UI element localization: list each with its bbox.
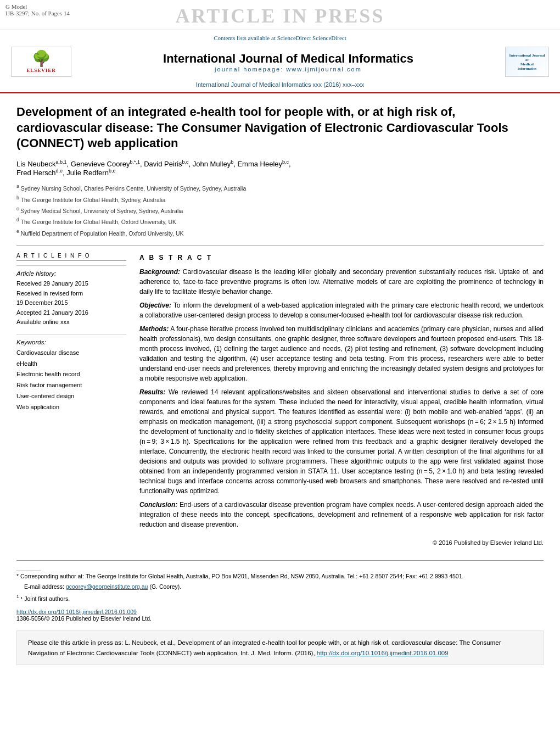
journal-code: IJB-3297; No. of Pages 14 [5,10,115,16]
abstract-col: A B S T R A C T Background: Cardiovascul… [139,253,544,552]
joint-note: 1 ¹ Joint first authors. [16,593,544,603]
footnotes: ________ * Corresponding author at: The … [16,560,544,603]
keyword-4: Risk factor management [16,380,126,391]
keyword-6: Web application [16,402,126,413]
issn-line: 1386-5056/© 2016 Published by Elsevier I… [16,615,544,622]
history-label: Article history: [16,270,126,277]
model-info: G Model IJB-3297; No. of Pages 14 [5,3,115,16]
corresponding-note: * Corresponding author at: The George In… [16,572,544,581]
main-content: Development of an integrated e-health to… [0,93,560,676]
abstract-objective: Objective: To inform the development of … [139,300,544,320]
authors-line: Lis Neubecka,b,1, Genevieve Cooreyb,*,1,… [16,159,544,177]
affiliation-b: b The George Institute for Global Health… [16,194,544,204]
doi-section: http://dx.doi.org/10.1016/j.ijmedinf.201… [16,609,544,622]
journal-header: Contents lists available at ScienceDirec… [0,30,560,93]
keyword-2: eHealth [16,359,126,370]
abstract-results: Results: We reviewed 14 relevant applica… [139,387,544,496]
elsevier-logo: 🌳 ELSEVIER [11,47,71,77]
affiliation-e: e Nuffield Department of Population Heal… [16,227,544,238]
journal-title: International Journal of Medical Informa… [71,52,505,66]
abstract-conclusion: Conclusion: End-users of a cardiovascula… [139,500,544,529]
informatics-logo: International Journal ofMedicalinformati… [505,47,549,77]
doi-link[interactable]: http://dx.doi.org/10.1016/j.ijmedinf.201… [16,609,137,615]
top-bar: G Model IJB-3297; No. of Pages 14 ARTICL… [0,0,560,30]
abstract-content: Background: Cardiovascular disease is th… [139,267,544,548]
abstract-header: A B S T R A C T [139,253,544,263]
abstract-methods: Methods: A four-phase iterative process … [139,324,544,383]
keywords-list: Cardiovascular disease eHealth Electroni… [16,348,126,413]
info-divider-1 [16,265,126,266]
keywords-label: Keywords: [16,339,126,345]
article-in-press-header: ARTICLE IN PRESS [115,3,445,27]
footnote-divider-line: ________ [16,565,544,571]
article-history: Article history: Received 29 January 201… [16,270,126,327]
keywords-section: Keywords: Cardiovascular disease eHealth… [16,339,126,413]
affiliation-a: a Sydney Nursing School, Charles Perkins… [16,182,544,193]
contents-line: Contents lists available at ScienceDirec… [11,35,549,41]
affiliation-d: d The George Institute for Global Health… [16,216,544,226]
keyword-5: User-centered design [16,391,126,402]
article-info-header: A R T I C L E I N F O [16,253,126,261]
elsevier-tree-icon: 🌳 [32,51,51,66]
copyright-line: © 2016 Published by Elsevier Ireland Ltd… [139,535,544,548]
keyword-1: Cardiovascular disease [16,348,126,359]
sciencedirect-link[interactable]: ScienceDirect [312,35,346,41]
homepage-link[interactable]: www.ijmijournal.com [286,66,362,72]
citation-box: Please cite this article in press as: L.… [16,631,544,665]
two-col-layout: A R T I C L E I N F O Article history: R… [16,253,544,552]
journal-logo-row: 🌳 ELSEVIER International Journal of Medi… [11,44,549,79]
section-divider [16,246,544,246]
keyword-3: Electronic health record [16,369,126,380]
citation-doi-link[interactable]: http://dx.doi.org/10.1016/j.ijmedinf.201… [317,650,449,656]
journal-title-center: International Journal of Medical Informa… [71,52,505,72]
article-info-col: A R T I C L E I N F O Article history: R… [16,253,126,552]
elsevier-text: ELSEVIER [26,68,56,73]
affiliations: a Sydney Nursing School, Charles Perkins… [16,182,544,237]
page-wrapper: G Model IJB-3297; No. of Pages 14 ARTICL… [0,0,560,676]
info-divider-2 [16,334,126,334]
doi-url-line: http://dx.doi.org/10.1016/j.ijmedinf.201… [16,609,544,615]
doi-line: International Journal of Medical Informa… [11,81,549,88]
affiliation-c: c Sydney Medical School, University of S… [16,205,544,215]
abstract-background: Background: Cardiovascular disease is th… [139,267,544,297]
model-label: G Model [5,3,115,10]
email-link[interactable]: gcoorey@georgeinstitute.org.au [66,583,148,590]
article-title: Development of an integrated e-health to… [16,104,544,152]
homepage-line: journal homepage: www.ijmijournal.com [71,66,505,72]
history-content: Received 29 January 2015 Received in rev… [16,279,126,327]
email-note: E-mail address: gcoorey@georgeinstitute.… [16,583,544,592]
